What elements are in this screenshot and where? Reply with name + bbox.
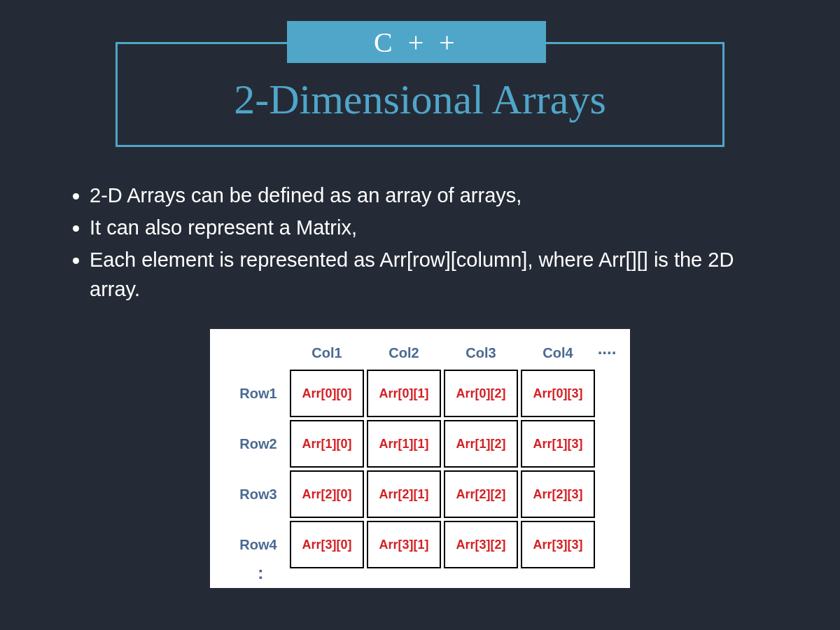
bullet-item: Each element is represented as Arr[row][…: [90, 245, 777, 304]
bullet-item: It can also represent a Matrix,: [90, 213, 777, 242]
matrix-cell: Arr[1][3]: [521, 420, 595, 468]
matrix-cell: Arr[1][0]: [290, 420, 364, 468]
cell-value: Arr[0][1]: [379, 386, 428, 401]
cell-value: Arr[3][3]: [533, 538, 582, 552]
cell-value: Arr[0][0]: [302, 386, 351, 401]
bullet-item: 2-D Arrays can be defined as an array of…: [90, 181, 777, 210]
col-header: Col3: [442, 337, 519, 368]
row-label: Row1: [221, 368, 288, 419]
row-label: Row3: [221, 469, 288, 519]
cell-value: Arr[0][3]: [533, 386, 582, 401]
language-badge: C + +: [287, 21, 546, 63]
matrix-cell: Arr[1][2]: [444, 420, 518, 468]
col-header: Col1: [288, 337, 365, 368]
cell-value: Arr[2][2]: [456, 487, 505, 502]
cell-value: Arr[2][1]: [379, 487, 428, 502]
matrix-cell: Arr[0][2]: [444, 370, 518, 417]
cell-value: Arr[1][1]: [379, 437, 428, 451]
col-header: Col4: [519, 337, 596, 368]
col-header: Col2: [365, 337, 442, 368]
cell-value: Arr[2][0]: [302, 487, 351, 502]
matrix-cell: Arr[0][1]: [367, 370, 441, 417]
cell-value: Arr[3][1]: [379, 538, 428, 552]
row-label: Row2: [221, 419, 288, 469]
slide-title: 2-Dimensional Arrays: [115, 76, 724, 124]
matrix-cell: Arr[3][0]: [290, 521, 364, 568]
matrix-cell: Arr[2][3]: [521, 470, 595, 518]
matrix-cell: Arr[3][3]: [521, 521, 595, 568]
col-continuation-dots: ····: [596, 337, 617, 368]
row-label: Row4: [221, 519, 288, 570]
matrix-cell: Arr[2][2]: [444, 470, 518, 518]
matrix-cell: Arr[3][1]: [367, 521, 441, 568]
cell-value: Arr[3][2]: [456, 538, 505, 552]
cell-value: Arr[1][2]: [456, 437, 505, 451]
cell-value: Arr[0][2]: [456, 386, 505, 401]
matrix-cell: Arr[3][2]: [444, 521, 518, 568]
cell-value: Arr[3][0]: [302, 538, 351, 552]
matrix-cell: Arr[2][0]: [290, 470, 364, 518]
matrix-cell: Arr[2][1]: [367, 470, 441, 518]
cell-value: Arr[1][0]: [302, 437, 351, 451]
matrix-cell: Arr[1][1]: [367, 420, 441, 468]
matrix-cell: Arr[0][0]: [290, 370, 364, 417]
matrix-cell: Arr[0][3]: [521, 370, 595, 417]
cell-value: Arr[2][3]: [533, 487, 582, 502]
bullet-list: 2-D Arrays can be defined as an array of…: [63, 181, 777, 307]
row-continuation-dots: :: [258, 562, 264, 584]
cell-value: Arr[1][3]: [533, 437, 582, 451]
matrix-diagram: Col1 Col2 Col3 Col4 ···· Row1 Arr[0][0] …: [210, 329, 630, 588]
